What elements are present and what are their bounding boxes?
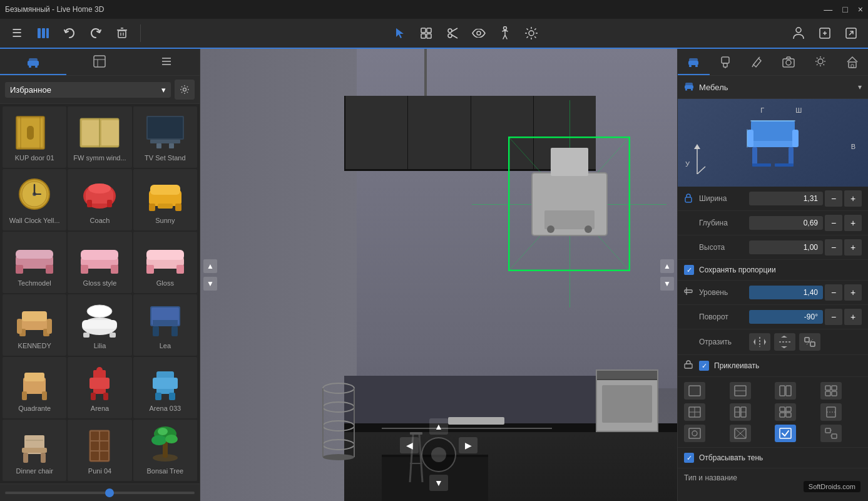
snap-7[interactable] bbox=[775, 403, 796, 421]
furniture-tab[interactable] bbox=[0, 49, 66, 75]
redo-btn[interactable] bbox=[84, 21, 108, 45]
nav-up[interactable]: ▲ bbox=[429, 418, 448, 435]
item-label: Dinner chair bbox=[16, 467, 53, 475]
width-minus[interactable]: − bbox=[825, 190, 842, 207]
share-btn[interactable] bbox=[839, 21, 863, 45]
light-btn[interactable] bbox=[519, 21, 543, 45]
viewport[interactable]: ▲ ◀ ▶ ▼ ▲ ▼ ▲ ▼ bbox=[200, 49, 677, 501]
tab-home[interactable] bbox=[836, 49, 868, 75]
snap-8[interactable] bbox=[820, 403, 842, 421]
list-item[interactable]: Bonsai Tree bbox=[133, 420, 197, 481]
scroll-left-up[interactable]: ▲ bbox=[203, 259, 217, 273]
list-item[interactable]: Gloss bbox=[133, 232, 197, 293]
zoom-slider[interactable] bbox=[0, 483, 200, 501]
snap-4[interactable] bbox=[820, 382, 842, 400]
category-dropdown[interactable]: Избранное ▾ bbox=[5, 82, 171, 98]
mirror-btn-1[interactable] bbox=[749, 333, 770, 351]
list-item[interactable]: Techmodel bbox=[3, 232, 66, 293]
section-chevron[interactable]: ▾ bbox=[858, 83, 862, 91]
slider-thumb[interactable] bbox=[105, 488, 114, 497]
view-btn[interactable] bbox=[467, 21, 491, 45]
proportions-checkbox[interactable]: ✓ bbox=[684, 265, 694, 275]
category-label: Избранное bbox=[10, 85, 51, 95]
svg-point-136 bbox=[323, 402, 354, 412]
list-item[interactable]: Puni 04 bbox=[68, 420, 131, 481]
list-item[interactable]: FW symm wind... bbox=[68, 106, 131, 168]
lock-icon[interactable] bbox=[684, 193, 694, 205]
list-item[interactable]: Arena 033 bbox=[133, 357, 197, 418]
snap-11[interactable] bbox=[775, 425, 796, 442]
width-plus[interactable]: + bbox=[844, 190, 862, 207]
account-btn[interactable] bbox=[787, 21, 810, 45]
scroll-down[interactable]: ▼ bbox=[660, 277, 674, 291]
height-plus[interactable]: + bbox=[844, 239, 862, 256]
list-item[interactable]: Arena bbox=[68, 357, 131, 418]
list-item[interactable]: KENNEDY bbox=[3, 294, 66, 356]
export-btn[interactable] bbox=[813, 21, 837, 45]
shadow-checkbox[interactable]: ✓ bbox=[684, 453, 694, 463]
snap-3[interactable] bbox=[775, 382, 796, 400]
nav-left[interactable]: ◀ bbox=[400, 437, 419, 453]
minimize-btn[interactable]: — bbox=[824, 4, 832, 14]
snap-9[interactable] bbox=[684, 425, 705, 442]
list-item[interactable]: Wall Clock Yell... bbox=[3, 169, 66, 230]
slider-track[interactable] bbox=[5, 492, 195, 494]
list-item[interactable]: KUP door 01 bbox=[3, 106, 66, 168]
select-btn[interactable] bbox=[388, 21, 412, 45]
library-btn[interactable] bbox=[31, 21, 55, 45]
rotation-input[interactable] bbox=[749, 310, 823, 324]
maximize-btn[interactable]: □ bbox=[842, 4, 847, 14]
level-input[interactable] bbox=[749, 286, 823, 299]
nav-right[interactable]: ▶ bbox=[459, 437, 477, 453]
snap-1[interactable] bbox=[684, 382, 705, 400]
materials-tab[interactable] bbox=[66, 49, 133, 75]
height-minus[interactable]: − bbox=[825, 239, 842, 256]
snap-5[interactable] bbox=[684, 403, 705, 421]
depth-input[interactable] bbox=[749, 216, 823, 230]
right-panel: Мебель ▾ Г Ш В У bbox=[677, 49, 868, 501]
list-item[interactable]: Coach bbox=[68, 169, 131, 230]
level-minus[interactable]: − bbox=[825, 284, 842, 301]
list-item[interactable]: Quadrante bbox=[3, 357, 66, 418]
mirror-btn-2[interactable] bbox=[774, 333, 795, 351]
rotation-plus[interactable]: + bbox=[844, 309, 862, 325]
list-item[interactable]: TV Set Stand bbox=[133, 106, 197, 168]
list-item[interactable]: Sunny bbox=[133, 169, 197, 230]
nav-down[interactable]: ▼ bbox=[429, 475, 448, 491]
width-input[interactable] bbox=[749, 192, 823, 205]
rotation-minus[interactable]: − bbox=[825, 309, 842, 325]
snap-2[interactable] bbox=[730, 382, 751, 400]
delete-btn[interactable] bbox=[110, 21, 134, 45]
nav-ring[interactable] bbox=[421, 437, 456, 472]
undo-btn[interactable] bbox=[58, 21, 81, 45]
list-item[interactable]: Gloss style bbox=[68, 232, 131, 293]
height-input[interactable] bbox=[749, 240, 823, 254]
list-item[interactable]: Lea bbox=[133, 294, 197, 356]
tab-camera[interactable] bbox=[773, 49, 805, 75]
svg-rect-219 bbox=[827, 407, 835, 417]
menu-btn[interactable]: ☰ bbox=[5, 21, 29, 45]
depth-plus[interactable]: + bbox=[844, 215, 862, 231]
list-tab[interactable] bbox=[133, 49, 200, 75]
window-controls[interactable]: — □ × bbox=[824, 4, 863, 14]
list-item[interactable]: Dinner chair bbox=[3, 420, 66, 481]
scissors-btn[interactable] bbox=[441, 21, 464, 45]
snap-6[interactable] bbox=[730, 403, 751, 421]
scroll-up[interactable]: ▲ bbox=[660, 259, 674, 273]
level-plus[interactable]: + bbox=[844, 284, 862, 301]
list-item[interactable]: Lilia bbox=[68, 294, 131, 356]
tab-light[interactable] bbox=[805, 49, 837, 75]
scroll-left-down[interactable]: ▼ bbox=[203, 277, 217, 291]
tab-brush[interactable] bbox=[710, 49, 742, 75]
snap-12[interactable] bbox=[820, 425, 842, 442]
tab-pencil[interactable] bbox=[741, 49, 773, 75]
walk-btn[interactable] bbox=[493, 21, 517, 45]
settings-btn[interactable] bbox=[175, 80, 195, 100]
layout-btn[interactable] bbox=[414, 21, 438, 45]
close-btn[interactable]: × bbox=[858, 4, 863, 14]
tab-furniture[interactable] bbox=[678, 49, 710, 75]
attach-checkbox[interactable]: ✓ bbox=[699, 361, 709, 371]
depth-minus[interactable]: − bbox=[825, 215, 842, 231]
mirror-btn-3[interactable] bbox=[799, 333, 820, 351]
snap-10[interactable] bbox=[730, 425, 751, 442]
